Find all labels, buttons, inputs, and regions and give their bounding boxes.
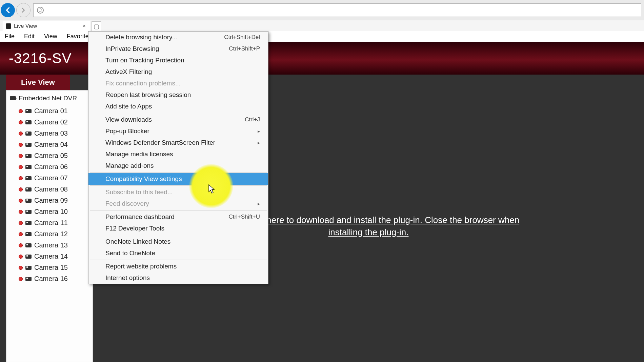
camera-item[interactable]: Camera 13 [19,240,89,251]
menu-item[interactable]: Reopen last browsing session [88,89,268,101]
menu-item[interactable]: Pop-up Blocker▸ [88,125,268,137]
address-bar[interactable] [33,3,641,17]
menu-item[interactable]: Delete browsing history...Ctrl+Shift+Del [88,32,268,43]
tab-favicon [6,23,11,29]
camera-icon [25,143,32,147]
camera-icon [25,154,32,158]
menu-item-label: Internet options [105,274,150,282]
menu-item[interactable]: OneNote Linked Notes [88,236,268,247]
camera-icon [25,266,32,270]
menu-item[interactable]: Windows Defender SmartScreen Filter▸ [88,137,268,148]
camera-icon [25,199,32,203]
tools-menu-dropdown: Delete browsing history...Ctrl+Shift+Del… [88,31,268,284]
menu-view[interactable]: View [39,31,62,42]
camera-label: Camera 03 [34,129,68,137]
camera-icon [25,243,32,247]
camera-icon [25,221,32,225]
menu-item-label: Add site to Apps [105,103,152,110]
camera-label: Camera 12 [34,230,68,238]
camera-icon [25,277,32,281]
menu-edit[interactable]: Edit [19,31,39,42]
camera-item[interactable]: Camera 09 [19,195,89,206]
menu-item: Feed discovery▸ [88,198,268,209]
camera-item[interactable]: Camera 15 [19,262,89,273]
camera-icon [25,210,32,214]
camera-icon [25,132,32,136]
camera-icon [25,165,32,169]
menu-item-label: Performance dashboard [105,213,175,221]
camera-item[interactable]: Camera 14 [19,251,89,262]
camera-item[interactable]: Camera 12 [19,228,89,240]
camera-label: Camera 04 [34,141,68,148]
menu-item[interactable]: Performance dashboardCtrl+Shift+U [88,211,268,223]
back-button[interactable] [1,3,15,17]
camera-icon [25,120,32,124]
menu-item[interactable]: View downloadsCtrl+J [88,114,268,125]
new-tab-button[interactable]: ▢ [92,21,101,31]
menu-shortcut: Ctrl+J [245,116,260,123]
camera-item[interactable]: Camera 11 [19,217,89,228]
camera-label: Camera 16 [34,275,68,283]
menu-item[interactable]: Internet options [88,272,268,284]
menu-item-label: F12 Developer Tools [105,225,164,232]
camera-item[interactable]: Camera 08 [19,184,89,195]
menu-item[interactable]: ActiveX Filtering [88,66,268,78]
menu-item-label: Subscribe to this feed... [105,188,173,196]
menu-shortcut: Ctrl+Shift+Del [224,34,260,41]
tab-title: Live View [14,23,37,29]
camera-item[interactable]: Camera 16 [19,273,89,284]
menu-item[interactable]: Turn on Tracking Protection [88,55,268,66]
menu-item-label: Fix connection problems... [105,80,181,87]
menu-item-label: InPrivate Browsing [105,45,159,53]
record-dot-icon [19,255,23,259]
menu-item[interactable]: Manage media licenses [88,148,268,160]
camera-item[interactable]: Camera 03 [19,128,89,139]
camera-item[interactable]: Camera 05 [19,150,89,161]
menu-shortcut: Ctrl+Shift+P [229,45,260,52]
camera-label: Camera 07 [34,174,68,182]
camera-label: Camera 01 [34,107,68,115]
camera-item[interactable]: Camera 06 [19,161,89,173]
browser-nav-bar [0,0,644,20]
menu-item-label: Turn on Tracking Protection [105,57,184,64]
menu-item[interactable]: F12 Developer Tools [88,223,268,234]
record-dot-icon [19,221,23,225]
menu-item-label: View downloads [105,116,152,123]
camera-item[interactable]: Camera 07 [19,173,89,184]
camera-icon [25,176,32,180]
camera-item[interactable]: Camera 04 [19,139,89,150]
record-dot-icon [19,132,23,136]
menu-item-label: Delete browsing history... [105,34,177,41]
menu-item[interactable]: Add site to Apps [88,101,268,112]
menu-item-label: OneNote Linked Notes [105,238,170,245]
menu-file[interactable]: File [0,31,19,42]
menu-item[interactable]: Send to OneNote [88,247,268,259]
tab-close-button[interactable]: × [81,23,87,29]
camera-tree-sidebar: Embedded Net DVR Camera 01Camera 02Camer… [6,90,93,362]
menu-item[interactable]: Compatibility View settings [88,173,268,185]
camera-item[interactable]: Camera 01 [19,105,89,117]
camera-item[interactable]: Camera 10 [19,206,89,217]
tree-root[interactable]: Embedded Net DVR [10,95,89,102]
camera-label: Camera 09 [34,197,68,204]
menu-item-label: Windows Defender SmartScreen Filter [105,139,215,146]
camera-label: Camera 08 [34,185,68,193]
app-tab-liveview[interactable]: Live View [6,75,70,90]
forward-button[interactable] [16,3,31,17]
record-dot-icon [19,120,23,124]
camera-label: Camera 11 [34,219,68,227]
camera-label: Camera 13 [34,241,68,249]
record-dot-icon [19,277,23,281]
site-identity-icon [37,7,44,14]
record-dot-icon [19,143,23,147]
menu-item: Subscribe to this feed... [88,186,268,198]
menu-item-label: Send to OneNote [105,249,155,257]
camera-label: Camera 14 [34,253,68,260]
camera-item[interactable]: Camera 02 [19,117,89,128]
browser-tab[interactable]: Live View × [2,21,90,31]
menu-item[interactable]: Manage add-ons [88,160,268,172]
menu-item[interactable]: InPrivate BrowsingCtrl+Shift+P [88,43,268,55]
tree-root-label: Embedded Net DVR [19,95,77,102]
menu-item[interactable]: Report website problems [88,261,268,272]
record-dot-icon [19,176,23,180]
